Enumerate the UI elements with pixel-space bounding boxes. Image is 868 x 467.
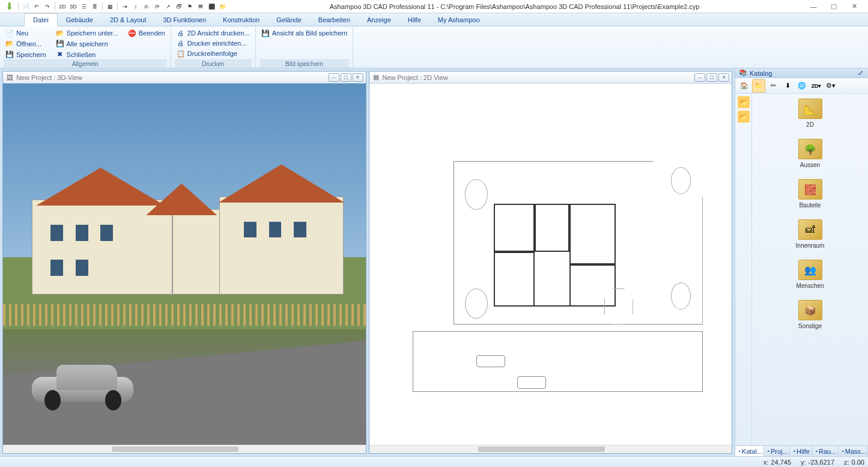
minimize-button[interactable]: — [806, 1, 821, 13]
qa-tool-a[interactable]: ☰ [79, 2, 89, 11]
view-2d-panel: ▦ New Project : 2D View — ▢ ✕ [369, 71, 733, 454]
catalog-item-menschen[interactable]: 👥Menschen [792, 260, 828, 289]
view-2d-maximize[interactable]: ▢ [706, 73, 717, 82]
tab-datei[interactable]: Datei [24, 13, 58, 26]
view-3d-scrollbar[interactable] [3, 445, 366, 453]
ribbon-drucker-einrichten[interactable]: 🖨Drucker einrichten... [175, 38, 252, 48]
qa-undo[interactable]: ↶ [32, 2, 41, 11]
catalog-label-menschen: Menschen [796, 282, 824, 289]
catalog-tool-home[interactable]: 🏠 [738, 79, 751, 93]
ribbon-oeffnen[interactable]: 📂Öffnen... [4, 39, 48, 49]
workspace: 🖼 New Project : 3D-View — ▢ ✕ [0, 69, 868, 456]
tab-hilfe[interactable]: Hilfe [399, 13, 429, 26]
qa-tool-i[interactable]: ⚑ [185, 2, 195, 11]
catalog-body: 📂 📂 📐2D🌳Aussen🧱Bauteile🛋Innenraum👥Mensch… [735, 94, 868, 445]
schliessen-label: Schließen [67, 51, 96, 58]
sidebar-tab-3[interactable]: ▪Rau... [812, 446, 839, 456]
qa-2d[interactable]: 2D [58, 2, 67, 11]
catalog-tool-b[interactable]: ⬇ [781, 79, 794, 93]
qa-grid[interactable]: ▦ [105, 2, 115, 11]
neu-label: Neu [16, 29, 28, 37]
sidebar-tab-0[interactable]: ▪Katal... [735, 446, 764, 456]
catalog-rail-a[interactable]: 📂 [738, 96, 750, 108]
tab-2dlayout[interactable]: 2D & Layout [102, 13, 155, 26]
close-button[interactable]: ✕ [846, 1, 862, 13]
tab-myashampoo[interactable]: My Ashampoo [429, 13, 488, 26]
ribbon-group-1: 🖨2D Ansicht drucken...🖨Drucker einrichte… [171, 26, 256, 68]
ribbon-neu[interactable]: 📄Neu [4, 28, 48, 38]
catalog-item-bauteile[interactable]: 🧱Bauteile [792, 179, 828, 209]
catalog-item-2d[interactable]: 📐2D [792, 99, 828, 128]
ribbon-druckreihenfolge[interactable]: 📋Druckreihenfolge [175, 49, 252, 58]
tab-gebaeude[interactable]: Gebäude [58, 13, 102, 26]
catalog-tool-c[interactable]: 🌐 [795, 79, 809, 93]
render-3d [3, 84, 366, 445]
qa-tool-e[interactable]: ⫙ [142, 2, 151, 11]
render-2d [369, 84, 732, 445]
tab-bearbeiten[interactable]: Bearbeiten [310, 13, 359, 26]
catalog-item-aussen[interactable]: 🌳Aussen [792, 139, 828, 168]
sidebar-tab-label-1: Proj... [771, 448, 788, 455]
sidebar-tab-2[interactable]: ▪Hilfe [790, 446, 812, 456]
view-3d-close[interactable]: ✕ [353, 73, 363, 82]
qa-tool-b[interactable]: ≣ [90, 2, 100, 11]
qa-tool-l[interactable]: 📁 [217, 2, 227, 11]
tab-konstruktion[interactable]: Konstruktion [214, 13, 268, 26]
catalog-tool-2d[interactable]: 2D▾ [810, 79, 823, 93]
speichern-unter-label: Speichern unter... [67, 29, 118, 37]
sidebar-tab-label-4: Mass... [845, 448, 866, 455]
status-y: y: -23,6217 [801, 459, 834, 466]
qa-3d[interactable]: 3D [68, 2, 78, 11]
speichern-label: Speichern [16, 51, 46, 58]
sidebar-tab-icon-3: ▪ [816, 448, 818, 454]
ribbon-alle-speichern[interactable]: 💾Alle speichern [54, 39, 120, 49]
catalog-tool-d[interactable]: ⚙▾ [824, 79, 837, 93]
ribbon-schliessen[interactable]: ✖Schließen [54, 49, 120, 60]
tab-gelaende[interactable]: Gelände [268, 13, 310, 26]
catalog-rail-b[interactable]: 📂 [738, 111, 750, 123]
view-2d-title: ▦ New Project : 2D View [372, 73, 695, 82]
sidebar-tab-label-3: Rau... [819, 448, 836, 455]
sidebar-tab-icon-1: ▪ [768, 448, 769, 454]
qa-tool-g[interactable]: ↗ [163, 2, 173, 11]
catalog-thumb-innenraum: 🛋 [798, 219, 822, 240]
qa-app[interactable]: ⬇ [2, 1, 16, 13]
ribbon-tabs: DateiGebäude2D & Layout3D FunktionenKons… [0, 13, 868, 26]
catalog-label-sonstige: Sonstige [798, 323, 822, 329]
tab-anzeige[interactable]: Anzeige [359, 13, 399, 26]
view-2d-viewport[interactable] [369, 84, 732, 445]
catalog-expand-icon[interactable]: ⤢ [856, 69, 864, 78]
window-title: Ashampoo 3D CAD Professional 11 - C:\Pro… [229, 3, 800, 10]
ribbon-2d-drucken[interactable]: 🖨2D Ansicht drucken... [175, 28, 252, 38]
maximize-button[interactable]: ▢ [826, 1, 842, 13]
ribbon-ansicht-bild-speichern[interactable]: 💾Ansicht als Bild speichern [259, 28, 349, 38]
qa-tool-f[interactable]: ⟳ [153, 2, 162, 11]
qa-tool-d[interactable]: ↕ [131, 2, 141, 11]
view-2d-minimize[interactable]: — [694, 73, 705, 82]
beenden-icon: ⛔ [128, 29, 136, 37]
view-2d-close[interactable]: ✕ [718, 73, 729, 82]
druckreihenfolge-label: Druckreihenfolge [187, 50, 237, 57]
ribbon-speichern[interactable]: 💾Speichern [4, 49, 48, 60]
catalog-tool-a[interactable]: ✏ [766, 79, 780, 93]
view-3d-maximize[interactable]: ▢ [341, 73, 351, 82]
sidebar-tab-1[interactable]: ▪Proj... [764, 446, 790, 456]
ribbon-beenden[interactable]: ⛔Beenden [126, 28, 167, 38]
ribbon-speichern-unter[interactable]: 📂Speichern unter... [54, 28, 120, 38]
sidebar-tab-4[interactable]: ▪Mass... [839, 446, 868, 456]
catalog-item-sonstige[interactable]: 📦Sonstige [792, 300, 828, 329]
qa-tool-j[interactable]: 🛠 [196, 2, 205, 11]
quick-access-toolbar: ⬇📄↶↷2D3D☰≣▦⇥↕⫙⟳↗🗗⚑🛠⬛📁 [0, 1, 229, 13]
tab-3dfunktionen[interactable]: 3D Funktionen [155, 13, 215, 26]
catalog-tabs: ▪Katal...▪Proj...▪Hilfe▪Rau...▪Mass... [735, 445, 868, 456]
qa-tool-k[interactable]: ⬛ [207, 2, 216, 11]
catalog-tool-folder[interactable]: 📁 [752, 79, 765, 93]
qa-new[interactable]: 📄 [21, 2, 31, 11]
view-3d-viewport[interactable] [3, 84, 366, 445]
catalog-item-innenraum[interactable]: 🛋Innenraum [792, 219, 828, 249]
view-3d-minimize[interactable]: — [329, 73, 339, 82]
qa-redo[interactable]: ↷ [43, 2, 52, 11]
qa-tool-c[interactable]: ⇥ [120, 2, 130, 11]
qa-tool-h[interactable]: 🗗 [174, 2, 184, 11]
view-2d-scrollbar[interactable] [369, 445, 732, 453]
